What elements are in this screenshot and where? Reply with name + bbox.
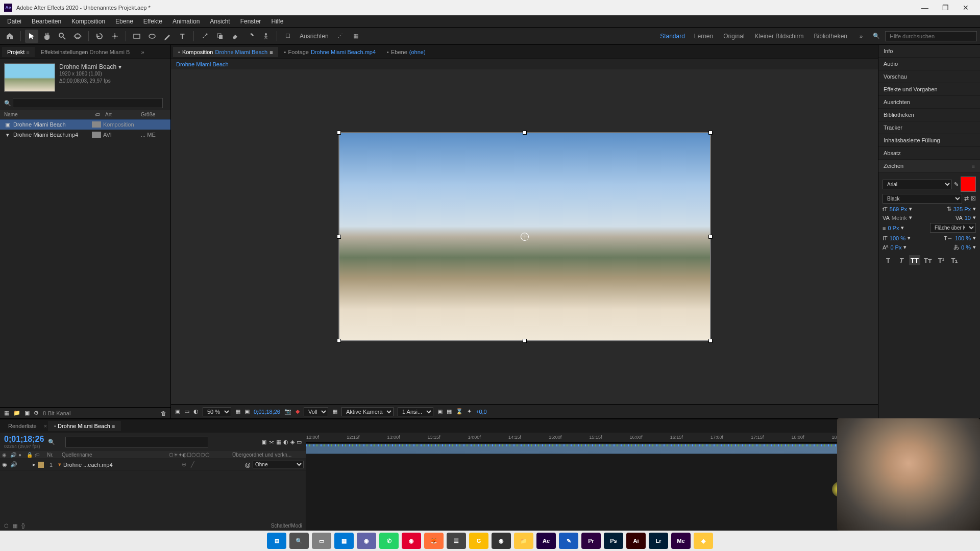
taskbar-app[interactable]: ✎	[559, 533, 578, 549]
toggle-in-out-icon[interactable]: {}	[21, 523, 25, 529]
fill-over-select[interactable]: Fläche über Kon...	[930, 223, 976, 233]
dropdown-icon[interactable]: ▾	[909, 206, 912, 212]
transform-handle[interactable]	[708, 339, 713, 343]
label-col-icon[interactable]: 🏷	[35, 452, 45, 458]
viewer-tab[interactable]: ▪ Ebene (ohne)	[382, 47, 431, 57]
font-size[interactable]: 569 Px	[890, 206, 907, 212]
toggle-modes-icon[interactable]: ▦	[13, 523, 17, 529]
switches-modes-label[interactable]: Schalter/Modi	[271, 523, 302, 529]
new-comp-icon[interactable]: ▣	[24, 410, 30, 416]
panel-inhaltsbasierte-füllung[interactable]: Inhaltsbasierte Füllung	[878, 134, 980, 147]
taskbar-app[interactable]: ▭	[312, 533, 331, 549]
snap-options-icon[interactable]: ⋰	[334, 30, 347, 43]
parent-select[interactable]: Ohne	[253, 461, 304, 468]
menu-ebene[interactable]: Ebene	[110, 16, 138, 27]
col-name[interactable]: Name	[4, 112, 95, 117]
menu-bearbeiten[interactable]: Bearbeiten	[27, 16, 66, 27]
bit-depth[interactable]: 8-Bit-Kanal	[43, 410, 70, 416]
home-tool[interactable]	[3, 30, 16, 43]
leading[interactable]: 325 Px	[953, 206, 971, 212]
taskbar-app[interactable]: ◉	[492, 533, 511, 549]
brush-tool[interactable]	[198, 30, 211, 43]
hscale[interactable]: 100 %	[955, 235, 971, 241]
taskbar-app[interactable]: Ps	[604, 533, 623, 549]
channel-icon[interactable]: ▭	[184, 408, 189, 415]
clone-tool[interactable]	[213, 30, 227, 43]
brainstorm-icon[interactable]: ◈	[290, 439, 295, 445]
label-col-icon[interactable]: 🏷	[95, 112, 105, 117]
snapshot-icon[interactable]: 📷	[284, 408, 291, 415]
source-col[interactable]: Quellenname	[62, 452, 167, 458]
panel-audio[interactable]: Audio	[878, 58, 980, 70]
project-search-input[interactable]	[13, 98, 163, 108]
workspace-original[interactable]: Original	[723, 33, 744, 40]
twirl-icon[interactable]: ▸	[33, 461, 36, 468]
dropdown-icon[interactable]: ▾	[901, 224, 904, 231]
panel-ausrichten[interactable]: Ausrichten	[878, 96, 980, 109]
ellipse-tool[interactable]	[145, 30, 159, 43]
taskbar-app[interactable]: G	[469, 533, 488, 549]
vscale[interactable]: 100 %	[890, 235, 905, 241]
eye-col-icon[interactable]: ◉	[2, 452, 8, 458]
comp-breadcrumb[interactable]: Drohne Miami Beach	[171, 59, 878, 69]
puppet-tool[interactable]	[259, 30, 273, 43]
panel-absatz[interactable]: Absatz	[878, 147, 980, 160]
timeline-comp-tab[interactable]: ▪ Drohne Miami Beach ≡	[48, 421, 121, 431]
transform-handle[interactable]	[337, 235, 341, 239]
flowchart-icon[interactable]: ✦	[467, 408, 472, 415]
roto-tool[interactable]	[244, 30, 257, 43]
exposure[interactable]: +0,0	[476, 409, 487, 415]
project-tab[interactable]: Projekt ≡	[2, 47, 35, 57]
solo-col-icon[interactable]: ●	[18, 452, 24, 458]
snap-checkbox[interactable]: ☐	[281, 30, 295, 43]
transform-handle[interactable]	[523, 339, 527, 343]
panel-effekte-und-vorgaben[interactable]: Effekte und Vorgaben	[878, 83, 980, 96]
switches-cols[interactable]: ⬡☀✦◐☐⬡⬡⬡⬡	[169, 452, 230, 458]
panel-info[interactable]: Info	[878, 45, 980, 58]
dropdown-icon[interactable]: ▾	[973, 206, 976, 212]
stroke-width[interactable]: 0 Px	[888, 225, 899, 231]
zoom-select[interactable]: 50 %	[203, 407, 231, 416]
viewer-tab[interactable]: ▪ Komposition Drohne Miami Beach ≡	[173, 47, 278, 57]
renderqueue-tab[interactable]: Renderliste	[2, 421, 43, 431]
maximize-button[interactable]: ❐	[935, 1, 955, 15]
taskbar-app[interactable]: 🦊	[424, 533, 444, 549]
parent-col[interactable]: Übergeordnet und verkn...	[232, 452, 304, 458]
panel-zeichen[interactable]: Zeichen≡	[878, 160, 980, 172]
anchor-point-icon[interactable]	[521, 233, 529, 241]
motion-blur-icon[interactable]: ◐	[283, 439, 288, 445]
menu-animation[interactable]: Animation	[167, 16, 205, 27]
subscript-icon[interactable]: T₁	[949, 255, 960, 265]
zoom-tool[interactable]	[56, 30, 69, 43]
project-item[interactable]: ▾Drohne Miami Beach.mp4 AVI... ME	[0, 130, 170, 140]
taskbar-app[interactable]: ▦	[334, 533, 354, 549]
dropdown-icon[interactable]: ▾	[973, 235, 976, 241]
layer-switches[interactable]: ⊕ ╱	[182, 461, 243, 468]
alpha-toggle-icon[interactable]: ▣	[175, 408, 180, 415]
comp-name[interactable]: Drohne Miami Beach ▾	[59, 63, 166, 70]
help-search-input[interactable]	[885, 31, 977, 41]
interpret-icon[interactable]: ▦	[4, 410, 9, 416]
label-swatch[interactable]	[92, 121, 101, 128]
viewer-timecode[interactable]: 0;01;18;26	[254, 409, 280, 415]
font-style-select[interactable]: Black	[883, 194, 962, 204]
dropdown-icon[interactable]: ▾	[973, 244, 976, 251]
panel-menu-icon[interactable]: ≡	[972, 163, 975, 169]
menu-ansicht[interactable]: Ansicht	[205, 16, 235, 27]
color-icon[interactable]: ◆	[296, 408, 300, 415]
dropdown-icon[interactable]: ▾	[903, 244, 906, 251]
bold-icon[interactable]: T	[883, 255, 894, 265]
menu-fenster[interactable]: Fenster	[235, 16, 266, 27]
transform-handle[interactable]	[337, 339, 341, 343]
dropdown-icon[interactable]: ▾	[973, 214, 976, 221]
label-color[interactable]	[38, 462, 44, 468]
no-fill-icon[interactable]: ☒	[971, 195, 976, 202]
taskbar-app[interactable]: Me	[671, 533, 691, 549]
menu-effekte[interactable]: Effekte	[138, 16, 167, 27]
trash-icon[interactable]: 🗑	[161, 410, 166, 416]
parent-pickwhip-icon[interactable]: @	[245, 462, 251, 468]
rotation-tool[interactable]	[93, 30, 106, 43]
layer-name[interactable]: Drohne ...each.mp4	[63, 462, 180, 468]
taskbar-app[interactable]: ◆	[694, 533, 713, 549]
taskbar-app[interactable]: Ai	[626, 533, 646, 549]
